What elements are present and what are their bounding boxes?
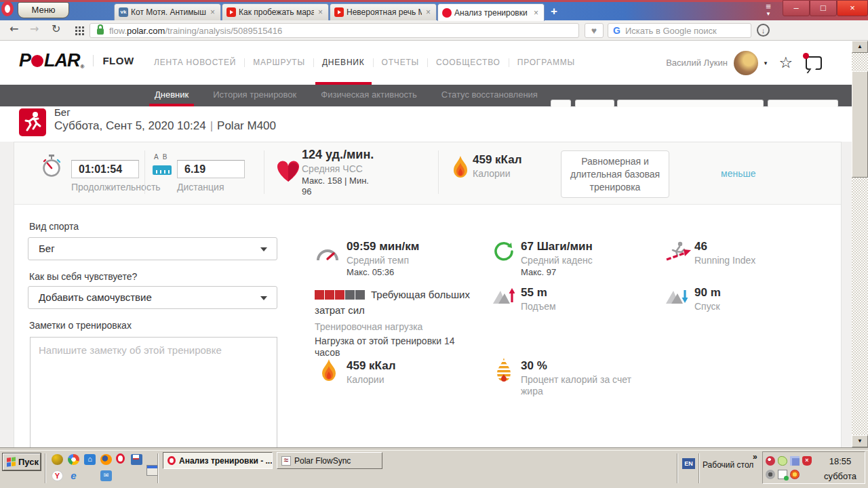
tab-close-icon[interactable]: × <box>532 8 540 18</box>
search-input[interactable] <box>625 26 746 36</box>
pace-label: Средний темп <box>347 255 419 266</box>
training-load-block: Требующая больших затрат сил Тренировочн… <box>315 287 479 359</box>
nav-item-2[interactable]: МАРШРУТЫ <box>245 41 313 85</box>
feeling-select-value: Добавить самочувствие <box>39 291 152 303</box>
descent-icon <box>666 286 688 305</box>
user-name[interactable]: Василий Лукин <box>666 58 728 68</box>
running-index-icon <box>665 241 692 262</box>
download-icon[interactable]: ↓ <box>757 24 770 37</box>
opera-logo-icon <box>1 1 16 19</box>
back-icon[interactable]: ← <box>9 22 18 35</box>
tray-webcam-icon[interactable] <box>766 470 775 479</box>
quicklaunch-ie-icon[interactable]: e <box>68 470 79 481</box>
user-caret-icon[interactable]: ▾ <box>764 60 768 66</box>
task-button-flowsync[interactable]: ≈ Polar FlowSync <box>277 452 382 469</box>
feeling-select-label: Как вы себя чувствуете? <box>29 271 137 282</box>
quicklaunch-home-icon[interactable]: ⌂ <box>84 454 96 465</box>
page-scrollbar[interactable]: ▲ ▼ <box>852 41 868 447</box>
tray-sync-icon[interactable] <box>778 470 787 479</box>
tab-title: Анализ тренировки - Polar F <box>454 8 530 18</box>
distance-input[interactable] <box>177 160 245 178</box>
toolbar-chevron[interactable]: » <box>753 452 757 462</box>
scrollbar-thumb[interactable] <box>852 71 868 178</box>
forward-icon[interactable]: → <box>30 22 39 35</box>
quicklaunch-mail-icon[interactable]: ✉ <box>100 470 112 481</box>
tab-close-icon[interactable]: × <box>425 7 432 17</box>
address-bar[interactable]: flow.polar.com/training/analysis/5089515… <box>90 23 579 38</box>
load-square <box>325 290 334 300</box>
nav-item-4[interactable]: ОТЧЕТЫ <box>374 41 427 85</box>
fat-percent-value: 30 % <box>521 359 642 373</box>
quicklaunch-antivirus-icon[interactable] <box>52 454 63 465</box>
quicklaunch-save-icon[interactable] <box>131 454 142 465</box>
nav-item-5[interactable]: СООБЩЕСТВО <box>428 41 509 85</box>
windows-logo-icon <box>7 457 16 466</box>
tray-puzzle-icon[interactable] <box>790 456 800 466</box>
brand[interactable]: PLAR® FLOW <box>19 50 134 71</box>
url-text: flow.polar.com/training/analysis/5089515… <box>109 26 282 36</box>
task-button-opera[interactable]: Анализ тренировки - ... <box>163 452 273 469</box>
page-content: PLAR® FLOW ЛЕНТА НОВОСТЕЙМАРШРУТЫДНЕВНИК… <box>0 41 852 447</box>
pace-stat: 09:59 мин/км Средний темп Макс. 05:36 <box>347 240 419 277</box>
reload-icon[interactable]: ↻ <box>52 22 60 35</box>
tab-menu-icon[interactable]: ≡▼ <box>760 3 777 18</box>
show-less-link[interactable]: меньше <box>721 168 755 179</box>
nav-item-1[interactable]: ЛЕНТА НОВОСТЕЙ <box>146 41 244 85</box>
browser-tab[interactable]: Как пробежать марафон - × <box>222 3 329 20</box>
desktop-toolbar-label[interactable]: Рабочий стол <box>703 460 753 470</box>
browser-menu-button[interactable]: Меню <box>18 2 69 18</box>
subnav-item-4[interactable]: Статус восстановления <box>441 85 538 106</box>
duration-input[interactable] <box>71 160 139 178</box>
notes-textarea[interactable] <box>30 337 277 447</box>
quicklaunch-show-desktop-icon[interactable] <box>146 465 158 476</box>
notifications-icon[interactable] <box>806 56 822 70</box>
sport-select[interactable]: Бег <box>28 237 277 260</box>
subnav-item-1[interactable]: Дневник <box>155 85 189 106</box>
subnav-item-3[interactable]: Физическая активность <box>321 85 417 106</box>
close-button[interactable]: × <box>837 0 868 16</box>
browser-tab[interactable]: Анализ тренировки - Polar F× <box>437 3 545 21</box>
pace-max: Макс. 05:36 <box>347 267 419 277</box>
bookmark-heart-icon[interactable]: ♥ <box>585 23 604 38</box>
scroll-down-button[interactable]: ▼ <box>852 435 868 447</box>
tab-close-icon[interactable]: × <box>209 7 216 17</box>
feeling-select[interactable]: Добавить самочувствие <box>28 286 277 309</box>
tray-leaf-icon[interactable] <box>778 456 787 466</box>
tray-alert-icon[interactable] <box>766 456 775 466</box>
hidden-control-box <box>575 100 614 107</box>
browser-tab[interactable]: vkКот Мотя. Антимышовая ко× <box>114 3 221 20</box>
quicklaunch-chrome-icon[interactable] <box>68 454 79 465</box>
quicklaunch-opera-icon[interactable] <box>116 453 125 464</box>
tray-target-icon[interactable] <box>790 470 800 479</box>
lock-icon <box>97 28 104 35</box>
divider <box>438 150 439 194</box>
cadence-value: 67 Шаги/мин <box>521 240 593 253</box>
subnav-item-2[interactable]: История тренировок <box>213 85 296 106</box>
scroll-up-button[interactable]: ▲ <box>852 41 868 53</box>
nav-item-6[interactable]: ПРОГРАММЫ <box>509 41 583 85</box>
start-button[interactable]: Пуск <box>3 453 41 470</box>
tab-close-icon[interactable]: × <box>317 7 324 17</box>
avatar[interactable] <box>734 51 758 75</box>
site-nav: ЛЕНТА НОВОСТЕЙМАРШРУТЫДНЕВНИКОТЧЕТЫСООБЩ… <box>146 41 583 85</box>
google-icon: G <box>613 25 620 36</box>
cadence-max: Макс. 97 <box>521 267 593 277</box>
favorites-star-icon[interactable]: ☆ <box>778 54 793 72</box>
nav-item-3[interactable]: ДНЕВНИК <box>314 41 373 85</box>
quicklaunch-yandex-icon[interactable]: Y <box>52 470 63 481</box>
browser-tab[interactable]: Невероятная речь Михеева× <box>330 3 437 20</box>
tray-security-shield-icon[interactable]: × <box>802 456 812 466</box>
training-benefit-box: Равномерная и длительная базовая трениро… <box>561 150 669 198</box>
minimize-button[interactable]: – <box>783 0 810 16</box>
sport-select-value: Бег <box>39 243 55 254</box>
new-tab-button[interactable]: + <box>547 5 561 18</box>
cadence-stat: 67 Шаги/мин Средний каденс Макс. 97 <box>521 240 593 277</box>
search-box[interactable]: G <box>608 23 751 38</box>
ascent-value: 55 m <box>521 286 556 300</box>
quicklaunch-firefox-icon[interactable] <box>100 454 112 465</box>
maximize-button[interactable]: □ <box>810 0 837 16</box>
language-indicator[interactable]: EN <box>682 458 695 469</box>
taskbar: Пуск ⌂ Y e ✉ Анализ тренировки - ... ≈ P… <box>0 450 868 488</box>
speed-dial-icon[interactable] <box>75 26 84 35</box>
cadence-label: Средний каденс <box>521 255 593 266</box>
